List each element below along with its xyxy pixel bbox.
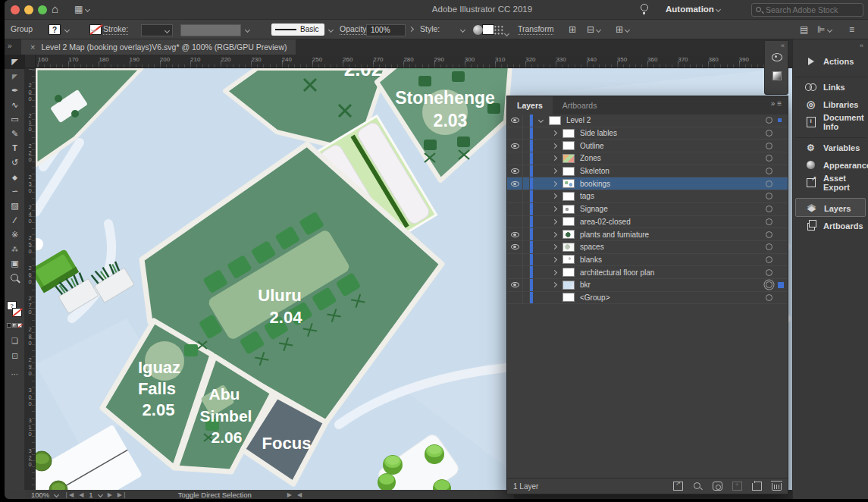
layer-name-area[interactable]: bookings (533, 177, 766, 190)
layer-row[interactable]: bookings (507, 177, 788, 190)
opacity-expand-chevron[interactable] (409, 27, 414, 32)
layer-row[interactable]: Outline (507, 140, 788, 152)
layer-target-circle[interactable] (766, 155, 772, 162)
layer-lock-toggle[interactable] (523, 254, 530, 266)
layer-target-circle[interactable] (766, 231, 772, 238)
color-button[interactable] (7, 323, 11, 328)
layer-row[interactable]: blanks (507, 254, 788, 267)
curvature-tool[interactable] (5, 98, 25, 112)
vertical-ruler[interactable]: 200 210 220 230 240 250 260 270 280 290 … (25, 68, 36, 490)
layer-target-circle[interactable] (766, 294, 772, 301)
libraries-panel-button[interactable]: Libraries (795, 96, 866, 113)
layer-visibility-toggle[interactable] (507, 165, 523, 177)
room-label[interactable]: Uluru (258, 286, 301, 305)
layer-name-area[interactable]: Outline (533, 140, 766, 152)
lasso-tool[interactable] (5, 184, 25, 199)
brush-definition-dropdown[interactable]: Basic (271, 24, 324, 36)
opacity-label[interactable]: Opacity: (340, 24, 369, 35)
layer-visibility-toggle[interactable] (507, 241, 523, 253)
layer-thumbnail[interactable] (562, 205, 575, 214)
automation-menu[interactable]: Automation (666, 5, 720, 14)
eyedropper-tool[interactable] (5, 213, 25, 227)
screen-mode-icon[interactable]: ⊡ (5, 352, 25, 360)
direct-selection-tool[interactable] (5, 69, 25, 83)
layer-expand-chevron[interactable] (552, 168, 557, 174)
next-artboard-button[interactable]: ▶ (108, 491, 112, 498)
first-artboard-button[interactable]: ❘◀ (64, 491, 74, 498)
brush-dropdown-chevron[interactable] (328, 27, 334, 33)
layer-lock-toggle[interactable] (523, 140, 530, 152)
room-label[interactable]: Abu (209, 385, 240, 403)
stock-search-input[interactable] (766, 5, 860, 15)
drawing-modes-icon[interactable]: ❏ (5, 337, 25, 345)
layer-target-circle[interactable] (766, 193, 772, 199)
layer-expand-chevron[interactable] (552, 206, 557, 212)
panel-collapse-icon[interactable]: » (771, 99, 777, 108)
artboard-number[interactable]: 1 (89, 491, 92, 499)
layer-visibility-toggle[interactable] (507, 127, 523, 140)
layer-visibility-toggle[interactable] (507, 140, 523, 152)
control-panel-menu-icon[interactable]: ≡ (849, 24, 854, 35)
layer-expand-chevron[interactable] (552, 155, 557, 161)
layer-thumbnail[interactable] (562, 129, 575, 138)
rotate-tool[interactable] (5, 155, 25, 170)
links-panel-button[interactable]: Links (795, 77, 866, 96)
layer-lock-toggle[interactable] (523, 203, 530, 215)
layer-row[interactable]: <Group> (507, 292, 788, 305)
layer-target-circle[interactable] (766, 281, 772, 288)
room-label[interactable]: 2.02 (344, 68, 383, 80)
layer-visibility-toggle[interactable] (507, 279, 523, 291)
horizontal-ruler[interactable]: 160 170 180 190 200 210 220 230 240 250 … (36, 55, 792, 68)
layer-expand-chevron[interactable] (552, 143, 557, 149)
symbol-sprayer-tool[interactable] (5, 242, 25, 256)
layer-expand-chevron[interactable] (538, 118, 544, 123)
layer-visibility-toggle[interactable] (507, 177, 523, 190)
color-panel-icon[interactable] (772, 53, 782, 61)
layer-lock-toggle[interactable] (523, 177, 530, 190)
preferences-grid-icon[interactable] (494, 25, 509, 37)
layer-name-area[interactable]: Side lables (533, 127, 766, 140)
layer-target-circle[interactable] (766, 243, 772, 250)
layer-target-circle[interactable] (766, 168, 772, 174)
layer-target-circle[interactable] (766, 269, 772, 276)
room-number[interactable]: 2.06 (212, 428, 243, 446)
layer-thumbnail[interactable] (562, 192, 575, 201)
variable-width-dropdown[interactable] (180, 24, 241, 36)
align-objects-icon[interactable]: ⊞ (569, 24, 576, 35)
workspace-switcher-icon[interactable]: ▦ (74, 4, 89, 14)
panel-tab[interactable]: Layers (507, 96, 553, 115)
collect-for-export-icon[interactable] (673, 482, 683, 491)
layer-name-area[interactable]: spaces (533, 241, 766, 253)
layer-row[interactable]: architectural floor plan (507, 266, 788, 279)
room-label[interactable]: Stonehenge (395, 88, 495, 108)
paintbrush-tool[interactable] (5, 127, 25, 141)
actions-panel-button[interactable]: Actions (795, 52, 866, 70)
distribute-icon[interactable]: ⊞ (616, 24, 629, 35)
layer-target-circle[interactable] (766, 218, 772, 225)
room-label[interactable]: Focus (262, 434, 312, 453)
delete-layer-icon[interactable] (772, 483, 782, 491)
stroke-weight-field[interactable] (141, 24, 173, 36)
fill-swatch[interactable]: ? (49, 24, 61, 35)
layer-visibility-toggle[interactable] (507, 115, 523, 127)
layer-expand-chevron[interactable] (552, 282, 557, 287)
layer-expand-chevron[interactable] (552, 219, 557, 224)
layer-row[interactable]: tags (507, 190, 788, 203)
panel-tab[interactable]: Artboards (553, 96, 607, 115)
arrange-icon[interactable]: ▤ (800, 24, 808, 35)
style-dropdown-chevron[interactable] (460, 27, 465, 33)
stroke-color-box[interactable] (12, 308, 22, 317)
layer-target-circle[interactable] (766, 180, 772, 187)
fill-dropdown-chevron[interactable] (64, 27, 70, 33)
layer-visibility-toggle[interactable] (507, 203, 523, 215)
gradient-button[interactable] (12, 323, 17, 328)
layer-expand-chevron[interactable] (552, 181, 557, 187)
layer-name-area[interactable]: plants and furniature (533, 228, 766, 240)
prev-artboard-button[interactable]: ◀ (79, 491, 83, 498)
align-panel-icon[interactable]: ⊫ (817, 24, 832, 35)
layer-thumbnail[interactable] (562, 154, 575, 163)
layer-thumbnail[interactable] (562, 293, 575, 302)
layer-name-area[interactable]: area-02-closed (533, 216, 766, 228)
layer-lock-toggle[interactable] (523, 127, 530, 140)
home-icon[interactable]: ⌂ (52, 2, 58, 15)
